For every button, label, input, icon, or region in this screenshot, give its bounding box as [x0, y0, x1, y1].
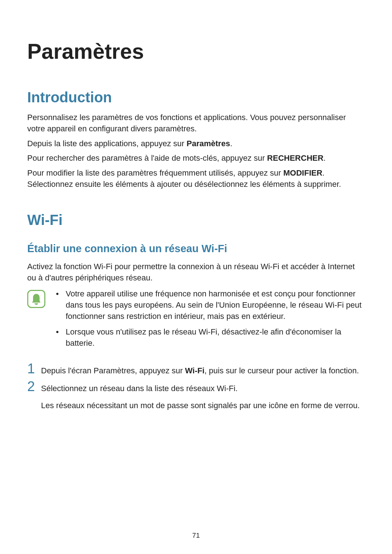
bold-rechercher: RECHERCHER — [267, 153, 323, 163]
step-body: Sélectionnez un réseau dans la liste des… — [41, 383, 365, 411]
bullet-dot-icon — [56, 331, 58, 333]
intro-paragraph-4: Pour modifier la liste des paramètres fr… — [27, 168, 365, 190]
text-segment: . — [230, 139, 232, 148]
page-number: 71 — [0, 532, 392, 539]
note-bullet-2: Lorsque vous n'utilisez pas le réseau Wi… — [53, 327, 365, 349]
step-text: Sélectionnez un réseau dans la liste des… — [41, 383, 365, 394]
intro-paragraph-2: Depuis la liste des applications, appuye… — [27, 138, 365, 149]
bullet-text: Lorsque vous n'utilisez pas le réseau Wi… — [66, 327, 365, 349]
intro-paragraph-3: Pour rechercher des paramètres à l'aide … — [27, 153, 365, 164]
page-title: Paramètres — [27, 39, 365, 64]
text-segment: , puis sur le curseur pour activer la fo… — [204, 366, 359, 375]
step-number: 2 — [27, 379, 41, 393]
text-segment: Pour modifier la liste des paramètres fr… — [27, 168, 283, 177]
step-subtext: Les réseaux nécessitant un mot de passe … — [41, 400, 365, 411]
text-segment: . — [323, 153, 326, 163]
note-box: Votre appareil utilise une fréquence non… — [27, 288, 365, 353]
wifi-subheading: Établir une connexion à un réseau Wi-Fi — [27, 243, 365, 255]
step-number: 1 — [27, 362, 41, 376]
step-2: 2 Sélectionnez un réseau dans la liste d… — [27, 379, 365, 411]
step-body: Depuis l'écran Paramètres, appuyez sur W… — [41, 365, 365, 377]
note-bullet-1: Votre appareil utilise une fréquence non… — [53, 288, 365, 322]
bold-wifi: Wi-Fi — [185, 366, 205, 375]
bell-note-icon — [27, 290, 45, 308]
text-segment: Depuis la liste des applications, appuye… — [27, 139, 187, 148]
wifi-heading: Wi-Fi — [27, 212, 365, 228]
bullet-dot-icon — [56, 293, 58, 295]
text-segment: Depuis l'écran Paramètres, appuyez sur — [41, 366, 185, 375]
intro-paragraph-1: Personnalisez les paramètres de vos fonc… — [27, 112, 365, 135]
wifi-paragraph-1: Activez la fonction Wi-Fi pour permettre… — [27, 261, 365, 284]
bold-parametres: Paramètres — [187, 139, 230, 148]
introduction-heading: Introduction — [27, 89, 365, 106]
bullet-text: Votre appareil utilise une fréquence non… — [66, 288, 365, 322]
step-1: 1 Depuis l'écran Paramètres, appuyez sur… — [27, 362, 365, 377]
bold-modifier: MODIFIER — [283, 168, 323, 177]
note-content: Votre appareil utilise une fréquence non… — [53, 288, 365, 353]
text-segment: Pour rechercher des paramètres à l'aide … — [27, 153, 267, 163]
step-text: Depuis l'écran Paramètres, appuyez sur W… — [41, 365, 365, 377]
